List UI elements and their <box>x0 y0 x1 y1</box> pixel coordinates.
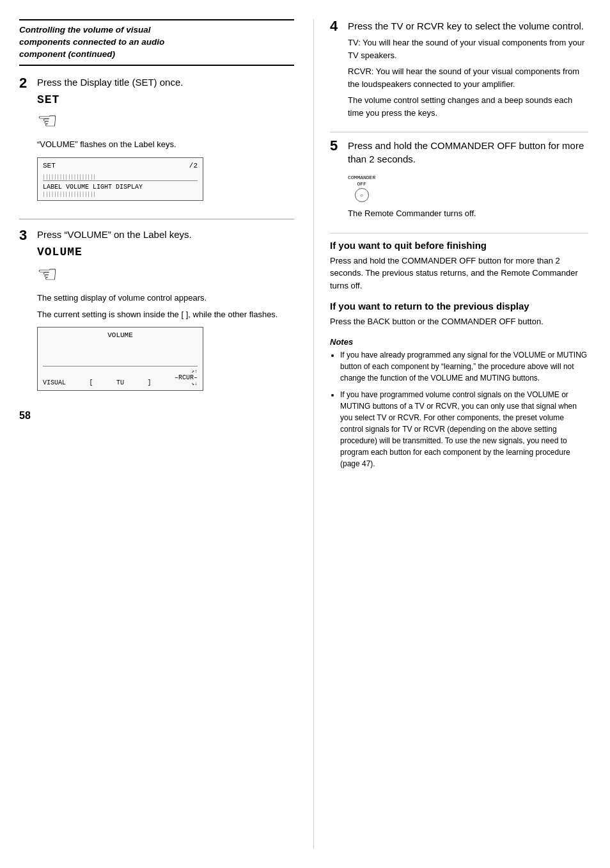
lcd1-keys-row: LABEL VOLUME LIGHT DISPLAY <box>43 180 198 191</box>
lcd2-key-rcur: ↗↑ –RCUR– ↘↓ <box>175 369 198 386</box>
step-2-flash-note: “VOLUME” flashes on the Label keys. <box>37 138 294 151</box>
commander-label-line1: COMMANDER <box>348 175 375 181</box>
step-5-content: Press and hold the COMMANDER OFF button … <box>348 139 588 220</box>
separator-1 <box>19 219 294 219</box>
commander-off-button[interactable]: ○ <box>355 188 369 202</box>
lcd1-ticks-bottom: │││││││││││││││││││ <box>43 192 198 196</box>
right-divider-2 <box>330 233 588 233</box>
quit-section-title: If you want to quit before finishing <box>330 240 588 251</box>
step-5-title: Press and hold the COMMANDER OFF button … <box>348 139 588 166</box>
step-3-desc1: The setting display of volume control ap… <box>37 292 294 304</box>
lcd1-key-display: DISPLAY <box>116 184 143 191</box>
hand-icon-volume: ☜ <box>37 261 294 288</box>
step-2-content: Press the Display title (SET) once. SET … <box>37 76 294 201</box>
right-column: 4 Press the TV or RCVR key to select the… <box>313 19 588 849</box>
hand-icon-set: ☜ <box>37 107 294 134</box>
quit-section-body: Press and hold the COMMANDER OFF button … <box>330 255 588 292</box>
return-section: If you want to return to the previous di… <box>330 301 588 328</box>
lcd2-bracket-open: [ <box>89 379 93 386</box>
lcd1-key-volume: VOLUME <box>66 184 89 191</box>
header-line1: Controlling the volume of visual <box>19 24 294 36</box>
lcd2-key-tu: TU <box>116 379 124 386</box>
step-4-title: Press the TV or RCVR key to select the v… <box>348 19 588 33</box>
step-3-desc2: The current setting is shown inside the … <box>37 308 294 321</box>
return-section-body: Press the BACK button or the COMMANDER O… <box>330 315 588 328</box>
commander-icon: COMMANDER OFF ○ <box>348 175 375 202</box>
note-item-1: If you have already programmed any signa… <box>340 349 588 384</box>
notes-list: If you have already programmed any signa… <box>330 349 588 470</box>
step-4-desc3: The volume control setting changes and a… <box>348 94 588 119</box>
lcd1-top-row: SET /2 <box>43 162 198 170</box>
notes-title: Notes <box>330 337 588 347</box>
volume-label: VOLUME <box>37 246 294 258</box>
lcd1-key-label: LABEL <box>43 184 62 191</box>
header-line3: component (continued) <box>19 49 294 61</box>
step-3-content: Press “VOLUME” on the Label keys. VOLUME… <box>37 228 294 391</box>
lcd2-keys-row: VISUAL [ TU ] ↗↑ –RCUR– ↘↓ <box>43 366 198 386</box>
return-section-title: If you want to return to the previous di… <box>330 301 588 312</box>
step-4-desc1: TV: You will hear the sound of your visu… <box>348 36 588 61</box>
step-4-desc2: RCVR: You will hear the sound of your vi… <box>348 65 588 90</box>
quit-section: If you want to quit before finishing Pre… <box>330 240 588 292</box>
left-column: Controlling the volume of visual compone… <box>19 19 294 849</box>
lcd1-top-right: /2 <box>189 162 198 170</box>
header-line2: components connected to an audio <box>19 36 294 49</box>
lcd2-key-visual: VISUAL <box>43 379 66 386</box>
lcd2-top-label: VOLUME <box>107 331 133 339</box>
lcd1-key-light: LIGHT <box>93 184 112 191</box>
step-5-number: 5 <box>330 139 338 153</box>
page: Controlling the volume of visual compone… <box>0 0 610 868</box>
step-2-title: Press the Display title (SET) once. <box>37 76 294 89</box>
step-4-content: Press the TV or RCVR key to select the v… <box>348 19 588 119</box>
step-4-block: 4 Press the TV or RCVR key to select the… <box>330 19 588 123</box>
step-3-number: 3 <box>19 228 27 242</box>
step-3-title: Press “VOLUME” on the Label keys. <box>37 228 294 241</box>
lcd1-top-left: SET <box>43 162 56 170</box>
step-2-block: 2 Press the Display title (SET) once. SE… <box>19 76 294 207</box>
step-2-number: 2 <box>19 76 27 90</box>
page-header: Controlling the volume of visual compone… <box>19 19 294 66</box>
lcd1-ticks-top: │││││││││││││││││││ <box>43 175 198 179</box>
note-item-2: If you have programmed volume control si… <box>340 389 588 470</box>
lcd2-top: VOLUME <box>43 331 198 339</box>
lcd2-bracket-close: ] <box>147 379 151 386</box>
set-label: SET <box>37 93 294 106</box>
lcd-display-2: VOLUME VISUAL [ TU ] ↗↑ –RCUR– ↘↓ <box>37 327 203 391</box>
step-5-block: 5 Press and hold the COMMANDER OFF butto… <box>330 139 588 224</box>
commander-btn-symbol: ○ <box>360 193 363 198</box>
notes-section: Notes If you have already programmed any… <box>330 337 588 470</box>
step-5-turns-off: The Remote Commander turns off. <box>348 207 588 220</box>
right-divider-1 <box>330 132 588 132</box>
step-4-number: 4 <box>330 19 338 33</box>
page-number: 58 <box>19 410 294 422</box>
step-3-block: 3 Press “VOLUME” on the Label keys. VOLU… <box>19 228 294 398</box>
lcd-display-1: SET /2 │││││││││││││││││││ LABEL VOLUME … <box>37 157 203 201</box>
commander-label-line2: OFF <box>348 181 375 187</box>
